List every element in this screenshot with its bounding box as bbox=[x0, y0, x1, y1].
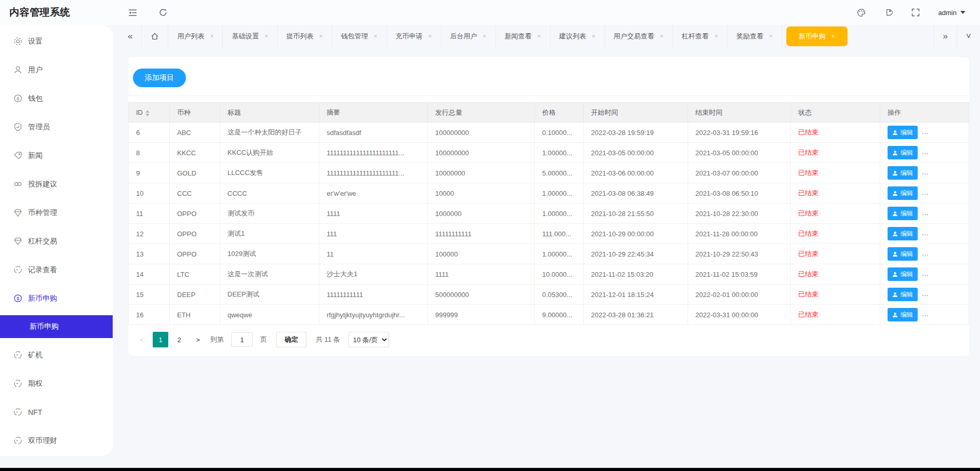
palette-icon[interactable] bbox=[857, 8, 866, 17]
cell-id: 13 bbox=[129, 244, 170, 264]
edit-button[interactable]: 编辑 bbox=[888, 247, 918, 261]
cell-summary: 111 bbox=[319, 224, 428, 244]
tab-用户列表[interactable]: 用户列表× bbox=[168, 25, 223, 48]
sidebar-item-14[interactable]: 双币理财 bbox=[0, 426, 113, 455]
edit-button[interactable]: 编辑 bbox=[888, 227, 918, 240]
wallet-dollar-icon: $ bbox=[14, 94, 23, 103]
column-header-label: 发行总量 bbox=[435, 109, 462, 116]
collapse-menu-icon[interactable] bbox=[128, 8, 137, 17]
goto-confirm-button[interactable]: 确定 bbox=[276, 332, 306, 347]
sidebar-item-13[interactable]: NFT bbox=[0, 398, 113, 426]
cell-end: 2021-03-08 06:50:10 bbox=[688, 183, 791, 204]
sidebar-item-1[interactable]: 用户 bbox=[0, 56, 113, 84]
sidebar-subitem-10[interactable]: 新币申购 bbox=[0, 315, 113, 338]
table-row: 14LTC这是一次测试沙士大夫1111110.0000...2021-11-02… bbox=[129, 264, 969, 285]
sidebar-item-11[interactable]: 矿机 bbox=[0, 341, 113, 369]
sidebar-item-0[interactable]: 设置 bbox=[0, 27, 113, 56]
edit-button[interactable]: 编辑 bbox=[888, 166, 918, 180]
tab-label: 提币列表 bbox=[287, 32, 314, 41]
tab-close-icon[interactable]: × bbox=[374, 33, 378, 40]
edit-button[interactable]: 编辑 bbox=[888, 207, 918, 220]
sidebar-item-5[interactable]: 投拆建议 bbox=[0, 170, 113, 198]
sort-icon[interactable] bbox=[145, 110, 150, 116]
tab-close-icon[interactable]: × bbox=[715, 33, 718, 40]
tab-close-icon[interactable]: × bbox=[769, 33, 773, 40]
tab-close-icon[interactable]: × bbox=[538, 33, 541, 40]
tab-提币列表[interactable]: 提币列表× bbox=[278, 25, 332, 48]
status-badge: 已结束 bbox=[791, 123, 880, 143]
page-number-2[interactable]: 2 bbox=[171, 332, 187, 347]
sidebar-item-label: 杠杆交易 bbox=[28, 237, 57, 246]
view-order-button-label: 查看订单 bbox=[935, 290, 960, 299]
refresh-icon[interactable] bbox=[159, 8, 167, 17]
tab-close-icon[interactable]: × bbox=[428, 33, 432, 40]
tabs-scroll-left-icon[interactable]: « bbox=[119, 25, 142, 48]
cell-end: 2022-02-01 00:00:00 bbox=[688, 285, 791, 305]
tabs-overflow-icon[interactable]: ˅ bbox=[957, 25, 980, 48]
tab-close-icon[interactable]: × bbox=[264, 33, 268, 40]
home-tab-icon[interactable] bbox=[142, 25, 168, 48]
sidebar-item-12[interactable]: 期权 bbox=[0, 369, 113, 398]
tab-close-icon[interactable]: × bbox=[592, 33, 596, 40]
tab-close-icon[interactable]: × bbox=[483, 33, 487, 40]
status-badge: 已结束 bbox=[791, 244, 880, 264]
wallet-dollar-icon: $ bbox=[14, 294, 23, 303]
page-prev-button[interactable]: < bbox=[134, 332, 150, 347]
sidebar-item-6[interactable]: 币种管理 bbox=[0, 198, 113, 227]
tab-close-icon[interactable]: × bbox=[831, 33, 835, 40]
edit-button[interactable]: 编辑 bbox=[888, 186, 918, 200]
column-header-ID[interactable]: ID bbox=[129, 103, 170, 123]
tab-杠杆查看[interactable]: 杠杆查看× bbox=[673, 25, 728, 48]
tab-钱包管理[interactable]: 钱包管理× bbox=[332, 25, 387, 48]
tabs-scroll-right-icon[interactable]: » bbox=[934, 25, 957, 48]
status-badge: 已结束 bbox=[791, 264, 880, 285]
add-item-button[interactable]: 添加项目 bbox=[133, 69, 186, 87]
tab-新币申购[interactable]: 新币申购× bbox=[786, 26, 848, 46]
goto-page-input[interactable] bbox=[231, 332, 253, 347]
sidebar-item-9[interactable]: $新币申购 bbox=[0, 284, 113, 313]
page-next-button[interactable]: > bbox=[190, 332, 206, 347]
sidebar-item-4[interactable]: 新闻 bbox=[0, 141, 113, 170]
tab-充币申请[interactable]: 充币申请× bbox=[387, 25, 441, 48]
tab-用户交易查看[interactable]: 用户交易查看× bbox=[605, 25, 673, 48]
edit-button[interactable]: 编辑 bbox=[888, 146, 918, 159]
top-header: 内容管理系统 bbox=[0, 0, 980, 25]
view-order-button-label: 查看订单 bbox=[935, 209, 960, 218]
cell-coin: DEEP bbox=[170, 285, 220, 305]
page-number-1[interactable]: 1 bbox=[153, 332, 168, 347]
tag-icon[interactable] bbox=[884, 8, 893, 17]
tab-close-icon[interactable]: × bbox=[660, 33, 664, 40]
tab-建议列表[interactable]: 建议列表× bbox=[551, 25, 605, 48]
status-badge: 已结束 bbox=[791, 143, 880, 163]
tab-基础设置[interactable]: 基础设置× bbox=[223, 25, 277, 48]
column-header-标题: 标题 bbox=[220, 103, 319, 123]
sidebar-item-2[interactable]: $钱包 bbox=[0, 84, 113, 113]
edit-button[interactable]: 编辑 bbox=[888, 308, 918, 321]
tab-close-icon[interactable]: × bbox=[319, 33, 323, 40]
edit-button[interactable]: 编辑 bbox=[888, 267, 918, 281]
sidebar: 设置用户$钱包管理员新闻投拆建议币种管理杠杆交易记录查看$新币申购新币申购矿机期… bbox=[0, 25, 113, 456]
cell-price: 0.10000... bbox=[535, 123, 584, 143]
page-size-select[interactable]: 10 条/页 bbox=[348, 332, 389, 347]
fullscreen-icon[interactable] bbox=[911, 8, 920, 17]
tab-奖励查看[interactable]: 奖励查看× bbox=[728, 25, 782, 48]
tab-后台用户[interactable]: 后台用户× bbox=[441, 25, 496, 48]
tab-close-icon[interactable]: × bbox=[210, 33, 213, 40]
cell-price: 5.00000... bbox=[535, 163, 584, 183]
cell-end: 2022-03-31 00:00:00 bbox=[688, 305, 791, 325]
user-menu[interactable]: admin bbox=[938, 9, 965, 17]
cell-title: LLCCC发售 bbox=[220, 163, 319, 183]
tab-新闻查看[interactable]: 新闻查看× bbox=[496, 25, 551, 48]
edit-button[interactable]: 编辑 bbox=[888, 288, 918, 301]
bottom-black-bar bbox=[0, 468, 980, 471]
sidebar-item-3[interactable]: 管理员 bbox=[0, 113, 113, 141]
column-header-label: 摘要 bbox=[327, 109, 340, 116]
actions-cell: 编辑查看订单 bbox=[880, 143, 969, 163]
sidebar-item-7[interactable]: 杠杆交易 bbox=[0, 227, 113, 255]
cell-total: 1000000 bbox=[428, 204, 535, 224]
sidebar-item-8[interactable]: 记录查看 bbox=[0, 255, 113, 284]
tab-label: 后台用户 bbox=[450, 32, 477, 41]
view-order-button-label: 查看订单 bbox=[935, 169, 960, 178]
edit-button[interactable]: 编辑 bbox=[888, 126, 918, 139]
tab-label: 基础设置 bbox=[232, 32, 259, 41]
